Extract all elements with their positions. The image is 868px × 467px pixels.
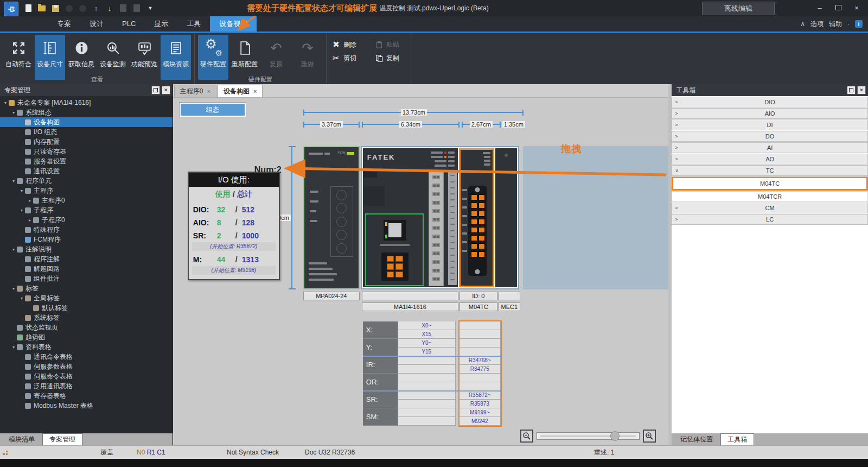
- move-down-icon[interactable]: ↓: [105, 4, 114, 12]
- tree-item-15[interactable]: ▾注解说明: [0, 244, 173, 254]
- tree-item-30[interactable]: 寄存器表格: [0, 391, 173, 401]
- 获取信息-button[interactable]: 获取信息: [66, 35, 97, 80]
- tree-item-18[interactable]: 组件批注: [0, 274, 173, 283]
- mec1-module[interactable]: [495, 148, 516, 287]
- tree-item-2[interactable]: 设备构图: [0, 117, 173, 127]
- tree-caret-icon[interactable]: ▾: [10, 110, 17, 115]
- tree-caret-icon[interactable]: ▾: [18, 296, 25, 301]
- float-panel-icon[interactable]: [847, 86, 856, 94]
- editor-tab-设备构图[interactable]: 设备构图×: [218, 85, 263, 97]
- toolbox-caret-icon[interactable]: >: [675, 145, 678, 150]
- maximize-button[interactable]: [830, 2, 846, 14]
- power-supply-module[interactable]: POW: [303, 146, 360, 289]
- info-icon[interactable]: i: [855, 20, 863, 28]
- panel-tab-模块清单[interactable]: 模块清单: [2, 433, 41, 445]
- tree-item-28[interactable]: 伺服命令表格: [0, 371, 173, 381]
- toolbox-row-AIO[interactable]: >AIO: [672, 108, 868, 119]
- 设备监测-button[interactable]: 设备监测: [98, 35, 128, 80]
- toolbox-row-AO[interactable]: >AO: [672, 154, 868, 165]
- editor-tab-主程序0[interactable]: 主程序0×: [174, 85, 216, 97]
- zoom-slider-handle[interactable]: [610, 431, 620, 441]
- 删除-button[interactable]: ✖删除: [330, 38, 372, 51]
- 设备尺寸-button[interactable]: 设备尺寸: [35, 35, 65, 80]
- tree-item-22[interactable]: 系统标签: [0, 313, 173, 323]
- toolbox-caret-icon[interactable]: ∨: [675, 168, 679, 173]
- tree-caret-icon[interactable]: ▾: [18, 188, 25, 193]
- options-menu-item[interactable]: 选项: [810, 20, 824, 29]
- panel-tab-记忆体位置[interactable]: 记忆体位置: [674, 433, 719, 445]
- toolbox-row-M04TCR[interactable]: M04TCR: [672, 191, 868, 202]
- app-logo-icon[interactable]: [4, 2, 18, 16]
- 重新配置-button[interactable]: 重新配置: [229, 35, 260, 80]
- tree-item-4[interactable]: 内存配置: [0, 137, 173, 147]
- toolbox-row-LC[interactable]: >LC: [672, 214, 868, 225]
- tree-caret-icon[interactable]: ▸: [27, 198, 33, 203]
- tree-item-26[interactable]: 通讯命令表格: [0, 352, 173, 362]
- tree-caret-icon[interactable]: ▾: [10, 345, 17, 350]
- menu-tab-专案[interactable]: 专案: [48, 16, 80, 31]
- ribbon-collapse-icon[interactable]: ∧: [800, 20, 805, 28]
- toolbox-caret-icon[interactable]: >: [675, 205, 678, 211]
- move-up-icon[interactable]: ↑: [92, 4, 100, 12]
- panel-tab-工具箱[interactable]: 工具箱: [720, 433, 754, 445]
- tree-item-14[interactable]: FCM程序: [0, 235, 173, 244]
- close-panel-icon[interactable]: ✕: [857, 86, 866, 94]
- 剪切-button[interactable]: ✂剪切: [330, 52, 372, 65]
- tree-item-29[interactable]: 泛用通讯表格: [0, 381, 173, 391]
- panel-tab-专案管理[interactable]: 专案管理: [42, 433, 82, 445]
- tree-caret-icon[interactable]: ▾: [18, 208, 25, 213]
- zoom-out-button[interactable]: [520, 430, 533, 443]
- toolbox-caret-icon[interactable]: >: [675, 156, 678, 162]
- menu-tab-PLC[interactable]: PLC: [113, 16, 145, 31]
- tree-caret-icon[interactable]: ▾: [10, 247, 17, 252]
- tree-item-11[interactable]: ▾子程序: [0, 205, 173, 215]
- tab-close-icon[interactable]: ×: [207, 88, 210, 94]
- tree-item-9[interactable]: ▾主程序: [0, 186, 173, 195]
- tree-item-13[interactable]: 特殊程序: [0, 225, 173, 235]
- tree-caret-icon[interactable]: ▾: [10, 179, 17, 184]
- tree-item-10[interactable]: ▸主程序0: [0, 195, 173, 205]
- tree-item-0[interactable]: ▾未命名专案 [MA1I4-1616]: [0, 98, 173, 108]
- close-button[interactable]: ×: [848, 2, 865, 14]
- zoom-slider-track[interactable]: [537, 432, 640, 440]
- tree-item-31[interactable]: Modbus Master 表格: [0, 401, 173, 411]
- tree-item-17[interactable]: 解题回路: [0, 264, 173, 274]
- tree-item-25[interactable]: ▾资料表格: [0, 342, 173, 352]
- toolbox-caret-icon[interactable]: >: [675, 217, 678, 222]
- tree-caret-icon[interactable]: ▸: [27, 218, 33, 223]
- toolbox-row-DIO[interactable]: >DIO: [672, 97, 868, 108]
- toolbox-row-DI[interactable]: >DI: [672, 119, 868, 130]
- menu-tab-设计[interactable]: 设计: [80, 16, 113, 31]
- menu-tab-设备视图[interactable]: 设备视图: [210, 16, 257, 31]
- 硬件配置-button[interactable]: ⚙⚙硬件配置: [198, 35, 228, 80]
- tree-item-1[interactable]: ▾系统组态: [0, 108, 173, 117]
- menu-tab-显示[interactable]: 显示: [145, 16, 177, 31]
- 复制-button[interactable]: 复制: [373, 52, 407, 65]
- tree-item-16[interactable]: 程序注解: [0, 254, 173, 264]
- tree-item-24[interactable]: 趋势图: [0, 332, 173, 342]
- zoom-in-button[interactable]: [643, 430, 656, 443]
- toolbox-row-CM[interactable]: >CM: [672, 203, 868, 213]
- 模块资源-button[interactable]: 模块资源: [161, 35, 191, 80]
- toolbox-caret-icon[interactable]: >: [675, 134, 678, 139]
- close-panel-icon[interactable]: ✕: [162, 86, 170, 94]
- toolbox-caret-icon[interactable]: >: [675, 111, 678, 116]
- tree-item-20[interactable]: ▾全局标签: [0, 293, 173, 303]
- tree-item-5[interactable]: 只读寄存器: [0, 147, 173, 156]
- tree-item-6[interactable]: 服务器设置: [0, 156, 173, 166]
- help-menu-item[interactable]: 辅助: [829, 20, 842, 29]
- tree-item-23[interactable]: 状态监视页: [0, 323, 173, 332]
- tree-item-3[interactable]: I/O 组态: [0, 127, 173, 137]
- toolbox-row-TC[interactable]: ∨TC: [672, 165, 868, 176]
- toolbox-row-DO[interactable]: >DO: [672, 131, 868, 142]
- toolbox-caret-icon[interactable]: >: [675, 99, 678, 105]
- tree-caret-icon[interactable]: ▾: [10, 286, 17, 291]
- tree-item-27[interactable]: 伺服参数表格: [0, 362, 173, 371]
- tree-caret-icon[interactable]: ▾: [2, 100, 9, 105]
- 功能预览-button[interactable]: 功能预览: [129, 35, 159, 80]
- menu-tab-工具[interactable]: 工具: [177, 16, 210, 31]
- main-plc-unit[interactable]: FATEK: [363, 148, 458, 287]
- m04tc-module[interactable]: [459, 148, 494, 287]
- quickbar-dropdown-icon[interactable]: ▼: [146, 4, 155, 12]
- open-file-icon[interactable]: [37, 4, 46, 12]
